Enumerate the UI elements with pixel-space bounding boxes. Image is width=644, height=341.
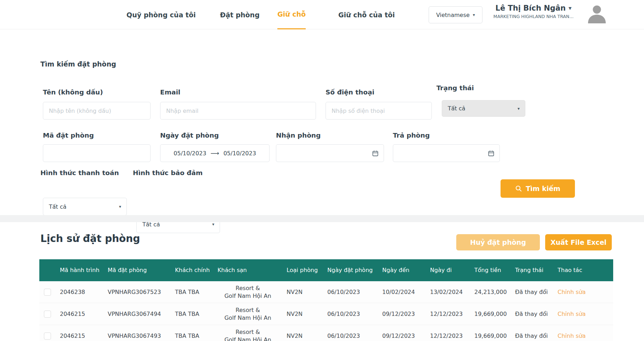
search-icon <box>515 185 522 192</box>
top-navigation-bar: Quỹ phòng của tôi Đặt phòng Giữ chỗ Giữ … <box>0 0 644 29</box>
table-row: 2046215 VPNHARG3067493 TBA TBA Resort & … <box>39 325 613 341</box>
cell-guest: TBA TBA <box>171 288 213 296</box>
search-section-title: Tìm kiếm đặt phòng <box>40 60 116 68</box>
page: Quỹ phòng của tôi Đặt phòng Giữ chỗ Giữ … <box>0 0 644 341</box>
column-header-action: Thao tác <box>553 266 613 274</box>
nav-tab-my-holds[interactable]: Giữ chỗ của tôi <box>338 0 395 29</box>
phone-search-input[interactable] <box>326 102 432 120</box>
user-menu[interactable]: Lê Thị Bích Ngân ▼ MARKETING HIGHLAND NH… <box>486 4 581 19</box>
language-selected-label: Vietnamese <box>436 12 470 18</box>
email-search-input[interactable] <box>160 102 316 120</box>
status-field-label: Trạng thái <box>436 84 474 92</box>
table-header-row: Mã hành trình Mã đặt phòng Khách chính K… <box>39 259 613 281</box>
cell-hotel: Resort & Golf Nam Hội An <box>213 284 282 300</box>
column-header-departure: Ngày đi <box>426 266 470 274</box>
cell-booking-date: 06/10/2023 <box>323 288 378 296</box>
cell-guest: TBA TBA <box>171 332 213 340</box>
cell-booking-code: VPNHARG3067494 <box>103 310 171 318</box>
edit-booking-link[interactable]: Chỉnh sửa <box>558 333 586 339</box>
calendar-icon <box>488 150 495 157</box>
booking-code-label: Mã đặt phòng <box>43 132 94 139</box>
chevron-down-icon: ▾ <box>212 222 214 226</box>
cell-departure: 13/02/2024 <box>426 288 470 296</box>
column-header-hotel: Khách sạn <box>213 266 282 274</box>
cell-hotel: Resort & Golf Nam Hội An <box>213 306 282 322</box>
cell-guest: TBA TBA <box>171 310 213 318</box>
history-section-title: Lịch sử đặt phòng <box>40 233 140 244</box>
cell-arrival: 09/12/2023 <box>378 310 426 318</box>
chevron-down-icon: ▼ <box>569 6 571 10</box>
phone-field-label: Số điện thoại <box>326 88 374 96</box>
avatar[interactable] <box>587 4 607 23</box>
cell-hotel: Resort & Golf Nam Hội An <box>213 328 282 341</box>
checkin-label: Nhận phòng <box>276 132 321 139</box>
export-excel-button[interactable]: Xuất File Excel <box>545 234 612 250</box>
cell-status: Đã thay đổi <box>511 310 553 318</box>
cell-booking-date: 06/10/2023 <box>323 310 378 318</box>
cell-total: 24,213,000 <box>470 288 511 296</box>
column-header-booking-date: Ngày đặt phòng <box>323 266 378 274</box>
edit-booking-link[interactable]: Chỉnh sửa <box>558 289 586 295</box>
nav-tab-booking[interactable]: Đặt phòng <box>220 0 260 29</box>
checkout-label: Trả phòng <box>393 132 430 139</box>
row-checkbox[interactable] <box>44 289 51 296</box>
email-field-label: Email <box>160 88 180 96</box>
cell-booking-date: 06/10/2023 <box>323 332 378 340</box>
cell-arrival: 10/02/2024 <box>378 288 426 296</box>
booking-date-range-picker[interactable]: 05/10/2023 ⟶ 05/10/2023 <box>160 144 270 162</box>
cell-departure: 12/12/2023 <box>426 332 470 340</box>
column-header-room-type: Loại phòng <box>282 266 323 274</box>
name-field-label: Tên (không dấu) <box>43 88 103 96</box>
row-checkbox[interactable] <box>44 311 51 318</box>
person-icon <box>587 4 607 23</box>
cell-booking-code: VPNHARG3067493 <box>103 332 171 340</box>
booking-history-table: Mã hành trình Mã đặt phòng Khách chính K… <box>39 259 613 341</box>
booking-date-to: 05/10/2023 <box>224 150 256 157</box>
arrow-right-icon: ⟶ <box>210 150 219 157</box>
booking-date-from: 05/10/2023 <box>174 150 206 157</box>
calendar-icon <box>372 150 379 157</box>
column-header-booking-code: Mã đặt phòng <box>103 266 171 274</box>
column-header-status: Trạng thái <box>511 266 553 274</box>
nav-tab-room-fund[interactable]: Quỹ phòng của tôi <box>126 0 196 29</box>
name-search-input[interactable] <box>43 102 151 120</box>
search-button-label: Tìm kiếm <box>526 185 560 192</box>
cell-itinerary: 2046215 <box>56 310 103 318</box>
checkout-date-picker[interactable] <box>393 144 500 162</box>
cell-status: Đã thay đổi <box>511 288 553 296</box>
row-checkbox[interactable] <box>44 333 51 340</box>
checkin-date-picker[interactable] <box>276 144 384 162</box>
cell-itinerary: 2046238 <box>56 288 103 296</box>
cell-room-type: NV2N <box>282 288 323 296</box>
payment-method-value: Tất cả <box>49 203 67 210</box>
chevron-down-icon: ▾ <box>518 106 520 111</box>
user-name-label: Lê Thị Bích Ngân <box>496 4 566 12</box>
guarantee-method-label: Hình thức bảo đảm <box>133 169 203 177</box>
language-selector[interactable]: Vietnamese ▾ <box>429 6 482 23</box>
cell-total: 19,669,000 <box>470 310 511 318</box>
cell-arrival: 09/12/2023 <box>378 332 426 340</box>
table-row: 2046238 VPNHARG3067523 TBA TBA Resort & … <box>39 281 613 303</box>
cell-itinerary: 2046215 <box>56 332 103 340</box>
status-select[interactable]: Tất cả ▾ <box>442 100 525 117</box>
user-name[interactable]: Lê Thị Bích Ngân ▼ <box>496 4 572 12</box>
column-header-guest: Khách chính <box>171 266 213 274</box>
cancel-booking-button[interactable]: Huỷ đặt phòng <box>456 234 540 250</box>
edit-booking-link[interactable]: Chỉnh sửa <box>558 311 586 317</box>
search-button[interactable]: Tìm kiếm <box>501 179 575 198</box>
payment-method-select[interactable]: Tất cả ▾ <box>43 198 127 215</box>
cell-departure: 12/12/2023 <box>426 310 470 318</box>
table-row: 2046215 VPNHARG3067494 TBA TBA Resort & … <box>39 303 613 325</box>
booking-date-label: Ngày đặt phòng <box>160 132 219 139</box>
cell-room-type: NV2N <box>282 310 323 318</box>
column-header-arrival: Ngày đến <box>378 266 426 274</box>
payment-method-label: Hình thức thanh toán <box>40 169 119 177</box>
booking-code-input[interactable] <box>43 144 151 162</box>
section-divider <box>0 215 644 222</box>
table-body: 2046238 VPNHARG3067523 TBA TBA Resort & … <box>39 281 613 341</box>
cell-total: 19,669,000 <box>470 332 511 340</box>
status-selected-value: Tất cả <box>448 105 465 112</box>
nav-tab-hold[interactable]: Giữ chỗ <box>277 0 306 29</box>
cell-status: Đã thay đổi <box>511 332 553 340</box>
user-organization: MARKETING HIGHLAND NHA TRAN... <box>493 14 574 19</box>
